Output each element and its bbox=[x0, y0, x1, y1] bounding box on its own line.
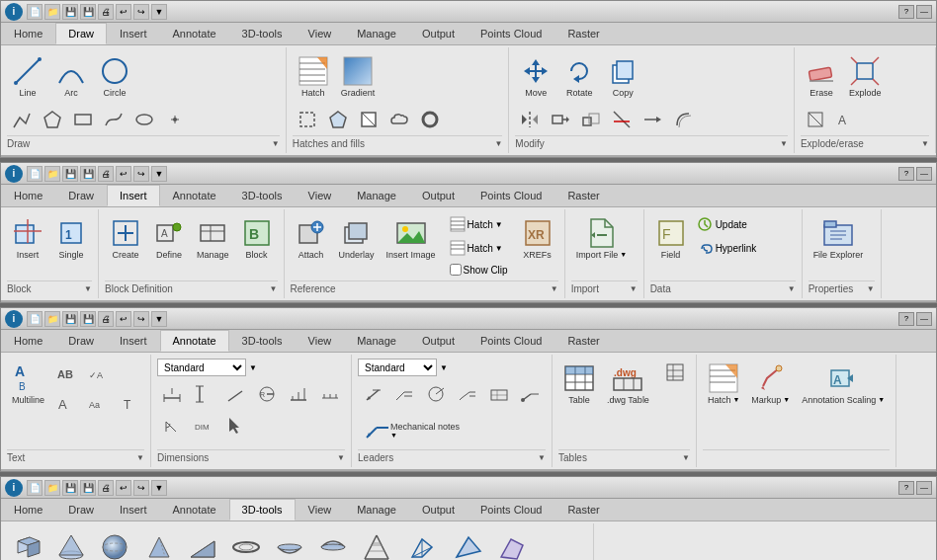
help-button-1[interactable]: ? bbox=[898, 5, 914, 19]
boundary-button[interactable] bbox=[293, 106, 322, 133]
gradient-button[interactable]: Gradient bbox=[336, 51, 381, 102]
circle-button[interactable]: Circle bbox=[94, 51, 135, 102]
define-button[interactable]: A Define bbox=[148, 213, 190, 264]
extend-button[interactable] bbox=[638, 106, 667, 133]
open-icon-3[interactable]: 📁 bbox=[44, 311, 60, 327]
help-button-2[interactable]: ? bbox=[898, 167, 914, 181]
rectangle-button[interactable] bbox=[68, 106, 98, 133]
tab-home-1[interactable]: Home bbox=[1, 23, 55, 44]
hatches-expand[interactable]: ▼ bbox=[494, 139, 502, 148]
dome-button[interactable]: Dome bbox=[312, 527, 354, 560]
wedge-button[interactable]: Wedge bbox=[182, 527, 223, 560]
import-expand[interactable]: ▼ bbox=[630, 284, 638, 293]
text-check-button[interactable]: ✓A bbox=[83, 360, 113, 388]
save-icon-3[interactable]: 💾 bbox=[62, 311, 78, 327]
insert-block-button[interactable]: Insert bbox=[7, 213, 48, 264]
print-icon[interactable]: 🖨 bbox=[98, 4, 114, 20]
ann-scaling-button[interactable]: A Annotation Scaling ▼ bbox=[797, 359, 890, 409]
tab-3dtools-4[interactable]: 3D-tools bbox=[229, 499, 296, 520]
mech-notes-button[interactable]: Mechanical notes ▼ bbox=[358, 412, 465, 447]
scale-button[interactable] bbox=[576, 106, 606, 133]
donut-button[interactable] bbox=[415, 106, 445, 133]
tab-view-2[interactable]: View bbox=[296, 185, 345, 206]
minimize-button-2[interactable]: — bbox=[916, 167, 932, 181]
new-icon-4[interactable]: 📄 bbox=[27, 480, 43, 496]
tab-output-2[interactable]: Output bbox=[409, 185, 468, 206]
stretch-button[interactable] bbox=[546, 106, 575, 133]
dimensions-combo[interactable]: Standard bbox=[157, 359, 246, 376]
dim-vertical-button[interactable] bbox=[189, 380, 218, 408]
insert-image-button[interactable]: Insert Image bbox=[382, 213, 441, 264]
dropdown-qa-4[interactable]: ▼ bbox=[151, 480, 167, 496]
tab-home-4[interactable]: Home bbox=[1, 499, 55, 520]
save-icon-4[interactable]: 💾 bbox=[62, 480, 78, 496]
polygon-button[interactable] bbox=[38, 106, 67, 133]
leader1-button[interactable] bbox=[358, 380, 387, 408]
mesh-tool-button[interactable]: Mesh bbox=[356, 527, 397, 560]
cone-button[interactable]: Cone bbox=[50, 527, 92, 560]
rotate-button[interactable]: Rotate bbox=[558, 51, 600, 102]
tab-annotate-3[interactable]: Annotate bbox=[160, 330, 229, 352]
minimize-button-4[interactable]: — bbox=[916, 481, 932, 495]
dim-angular-button[interactable] bbox=[157, 412, 187, 440]
tab-raster-1[interactable]: Raster bbox=[554, 23, 612, 44]
block-def-expand[interactable]: ▼ bbox=[270, 284, 278, 293]
dropdown-qa-2[interactable]: ▼ bbox=[151, 166, 167, 182]
tab-output-3[interactable]: Output bbox=[409, 330, 468, 352]
tab-insert-4[interactable]: Insert bbox=[107, 499, 160, 520]
reference-expand[interactable]: ▼ bbox=[551, 284, 558, 293]
data-expand[interactable]: ▼ bbox=[788, 284, 796, 293]
modify-expand[interactable]: ▼ bbox=[780, 139, 788, 148]
draw-expand[interactable]: ▼ bbox=[272, 139, 280, 148]
tab-3dtools-1[interactable]: 3D-tools bbox=[229, 23, 296, 44]
leader4-button[interactable] bbox=[453, 380, 482, 408]
leaders-expand[interactable]: ▼ bbox=[538, 453, 546, 462]
explode-expand[interactable]: ▼ bbox=[921, 139, 929, 148]
import-file-button[interactable]: Import File ▼ bbox=[571, 213, 632, 264]
underlay-button[interactable]: Underlay bbox=[334, 213, 380, 264]
hatch-button[interactable]: Hatch bbox=[293, 51, 334, 102]
tab-manage-3[interactable]: Manage bbox=[344, 330, 409, 352]
redo-icon-2[interactable]: ↪ bbox=[133, 166, 149, 182]
line-button[interactable]: Line bbox=[7, 51, 48, 102]
tab-annotate-2[interactable]: Annotate bbox=[160, 185, 229, 206]
tab-manage-1[interactable]: Manage bbox=[344, 23, 409, 44]
show-clip-checkbox[interactable] bbox=[450, 264, 462, 276]
spline-button[interactable] bbox=[99, 106, 128, 133]
tab-manage-4[interactable]: Manage bbox=[344, 499, 409, 520]
tab-3dtools-2[interactable]: 3D-tools bbox=[229, 185, 296, 206]
tables-expand[interactable]: ▼ bbox=[682, 453, 690, 462]
saveas-icon-4[interactable]: 💾 bbox=[80, 480, 96, 496]
text-a-big-button[interactable]: A bbox=[51, 390, 81, 418]
print-icon-4[interactable]: 🖨 bbox=[98, 480, 114, 496]
tab-draw-2[interactable]: Draw bbox=[55, 185, 107, 206]
save-icon-2[interactable]: 💾 bbox=[62, 166, 78, 182]
undo-icon[interactable]: ↩ bbox=[116, 4, 131, 20]
update-button[interactable]: Update bbox=[694, 213, 760, 235]
minimize-button-1[interactable]: — bbox=[916, 5, 932, 19]
text-ab-button[interactable]: AB bbox=[51, 360, 81, 388]
new-icon-2[interactable]: 📄 bbox=[27, 166, 43, 182]
dim-horizontal-button[interactable] bbox=[157, 380, 187, 408]
open-icon-2[interactable]: 📁 bbox=[44, 166, 60, 182]
tab-points-4[interactable]: Points Cloud bbox=[468, 499, 554, 520]
3dmesh-button[interactable]: 3D Mesh bbox=[399, 527, 445, 560]
dimensions-dropdown-arrow[interactable]: ▼ bbox=[248, 362, 258, 373]
tab-raster-2[interactable]: Raster bbox=[554, 185, 612, 206]
print-icon-2[interactable]: 🖨 bbox=[98, 166, 114, 182]
3dface-button[interactable]: 3D Face bbox=[447, 527, 490, 560]
dim-continue-button[interactable] bbox=[315, 380, 345, 408]
saveas-icon-2[interactable]: 💾 bbox=[80, 166, 96, 182]
tab-draw-4[interactable]: Draw bbox=[55, 499, 107, 520]
undo-icon-3[interactable]: ↩ bbox=[116, 311, 131, 327]
leaders-combo[interactable]: Standard bbox=[358, 359, 437, 376]
multiline-button[interactable]: A B Multiline bbox=[7, 359, 49, 409]
undo-icon-2[interactable]: ↩ bbox=[116, 166, 131, 182]
block-expand[interactable]: ▼ bbox=[84, 284, 92, 293]
hatch-ann-button[interactable]: Hatch ▼ bbox=[703, 359, 744, 409]
manage-button[interactable]: Manage bbox=[192, 213, 234, 264]
print-icon-3[interactable]: 🖨 bbox=[98, 311, 114, 327]
leader6-button[interactable] bbox=[516, 380, 546, 408]
redo-icon[interactable]: ↪ bbox=[133, 4, 149, 20]
dimensions-expand[interactable]: ▼ bbox=[337, 453, 345, 462]
